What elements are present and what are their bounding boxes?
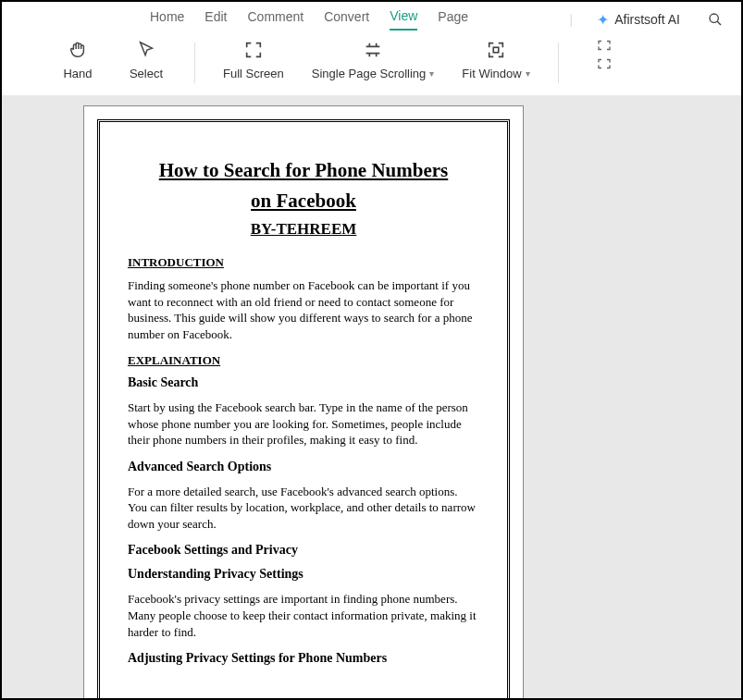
tab-home[interactable]: Home [150,9,184,30]
corners-icon-2[interactable] [596,57,613,70]
intro-body: Finding someone's phone number on Facebo… [128,277,479,342]
full-screen-tool[interactable]: Full Screen [223,39,284,80]
basic-search-body: Start by using the Facebook search bar. … [128,399,479,448]
explain-heading: EXPLAINATION [128,353,479,368]
ai-label-text: Afirstsoft AI [614,12,680,27]
fit-window-label: Fit Window [462,67,521,80]
single-page-scrolling-tool[interactable]: Single Page Scrolling ▾ [312,39,435,80]
basic-search-heading: Basic Search [128,375,479,390]
extra-tools [596,39,613,70]
tab-edit[interactable]: Edit [204,9,227,30]
fullscreen-icon [243,39,264,61]
advanced-body: For a more detailed search, use Facebook… [128,484,479,533]
select-tool[interactable]: Select [126,39,167,80]
corners-icon-1[interactable] [596,39,613,52]
search-icon[interactable] [708,12,723,27]
svg-line-1 [717,21,721,25]
hand-tool[interactable]: Hand [57,39,98,80]
svg-rect-2 [493,47,499,53]
tab-comment[interactable]: Comment [247,9,303,30]
tab-convert[interactable]: Convert [324,9,369,30]
doc-author: BY-TEHREEM [128,220,479,239]
understanding-heading: Understanding Privacy Settings [128,567,479,582]
hand-label: Hand [63,67,92,80]
advanced-heading: Advanced Search Options [128,460,479,474]
hand-icon [68,39,88,61]
adjusting-heading: Adjusting Privacy Settings for Phone Num… [128,651,479,666]
tab-page[interactable]: Page [438,9,468,30]
pdf-page: How to Search for Phone Numbers on Faceb… [83,105,524,698]
cursor-icon [136,39,156,61]
select-label: Select [130,67,163,80]
full-screen-label: Full Screen [223,67,284,80]
chevron-down-icon: ▾ [429,68,434,79]
page-scroll-icon [363,39,383,61]
tab-bar: Home Edit Comment Convert View Page | ✦ … [2,2,741,31]
divider: | [570,12,574,27]
toolbar: Hand Select Full Screen Single Page Scro… [2,31,741,96]
fit-window-tool[interactable]: Fit Window ▾ [462,39,529,80]
intro-heading: INTRODUCTION [128,255,479,270]
single-page-label: Single Page Scrolling [312,67,427,80]
doc-title-line1: How to Search for Phone Numbers [128,159,479,182]
doc-title-line2: on Facebook [128,190,479,213]
divider [558,43,559,83]
sparkle-icon: ✦ [597,11,609,29]
ai-button[interactable]: ✦ Afirstsoft AI [597,11,680,29]
understanding-body: Facebook's privacy settings are importan… [128,591,479,640]
fit-window-icon [486,39,506,61]
svg-point-0 [710,14,718,22]
tab-view[interactable]: View [390,8,417,31]
document-viewer[interactable]: How to Search for Phone Numbers on Faceb… [2,96,741,698]
chevron-down-icon: ▾ [526,68,530,79]
settings-heading: Facebook Settings and Privacy [128,543,479,558]
page-content: How to Search for Phone Numbers on Faceb… [97,119,510,698]
divider [194,43,195,83]
